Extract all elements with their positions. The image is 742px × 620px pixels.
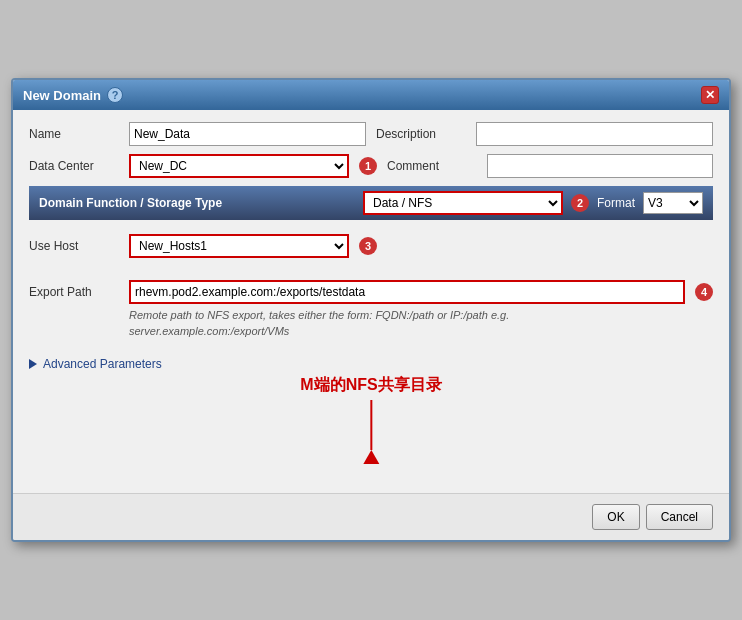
badge-2: 2: [571, 194, 589, 212]
form-body: Name Description Data Center New_DC 1 Co…: [13, 110, 729, 493]
badge-1: 1: [359, 157, 377, 175]
use-host-select[interactable]: New_Hosts1: [129, 234, 349, 258]
section-right: Data / NFS 2 Format V3: [363, 191, 703, 215]
format-select[interactable]: V3: [643, 192, 703, 214]
domain-function-select[interactable]: Data / NFS: [363, 191, 563, 215]
advanced-label: Advanced Parameters: [43, 357, 162, 371]
name-row: Name: [29, 122, 366, 146]
export-path-label: Export Path: [29, 285, 119, 299]
description-label: Description: [376, 127, 466, 141]
expand-icon: [29, 359, 37, 369]
domain-function-bar: Domain Function / Storage Type Data / NF…: [29, 186, 713, 220]
name-label: Name: [29, 127, 119, 141]
comment-label: Comment: [387, 159, 477, 173]
description-row: Description: [376, 122, 713, 146]
datacenter-select[interactable]: New_DC: [129, 154, 349, 178]
advanced-parameters-row[interactable]: Advanced Parameters: [29, 357, 713, 371]
use-host-row: Use Host New_Hosts1 3: [29, 228, 713, 264]
ok-button[interactable]: OK: [592, 504, 639, 530]
domain-function-label: Domain Function / Storage Type: [39, 196, 353, 210]
title-left: New Domain ?: [23, 87, 123, 103]
cancel-button[interactable]: Cancel: [646, 504, 713, 530]
badge-4: 4: [695, 283, 713, 301]
use-host-label: Use Host: [29, 239, 119, 253]
export-path-input[interactable]: [129, 280, 685, 304]
dialog-footer: OK Cancel: [13, 493, 729, 540]
name-input[interactable]: [129, 122, 366, 146]
datacenter-row: Data Center New_DC 1: [29, 154, 377, 178]
export-path-hint: Remote path to NFS export, takes either …: [129, 308, 713, 339]
close-button[interactable]: ✕: [701, 86, 719, 104]
datacenter-label: Data Center: [29, 159, 119, 173]
description-input[interactable]: [476, 122, 713, 146]
arrow-annotation: M端的NFS共享目录: [300, 371, 441, 464]
annotation-text: M端的NFS共享目录: [300, 375, 441, 396]
export-path-section: Export Path 4 Remote path to NFS export,…: [29, 274, 713, 345]
new-domain-dialog: New Domain ? ✕ Name Description Data Cen…: [11, 78, 731, 542]
title-bar: New Domain ? ✕: [13, 80, 729, 110]
help-icon[interactable]: ?: [107, 87, 123, 103]
comment-input[interactable]: [487, 154, 713, 178]
format-label: Format: [597, 196, 635, 210]
datacenter-comment-row: Data Center New_DC 1 Comment: [29, 154, 713, 178]
export-path-row: Export Path 4: [29, 280, 713, 304]
badge-3: 3: [359, 237, 377, 255]
name-description-row: Name Description: [29, 122, 713, 146]
dialog-title: New Domain: [23, 88, 101, 103]
annotation-area: M端的NFS共享目录: [29, 371, 713, 481]
comment-row: Comment: [387, 154, 713, 178]
